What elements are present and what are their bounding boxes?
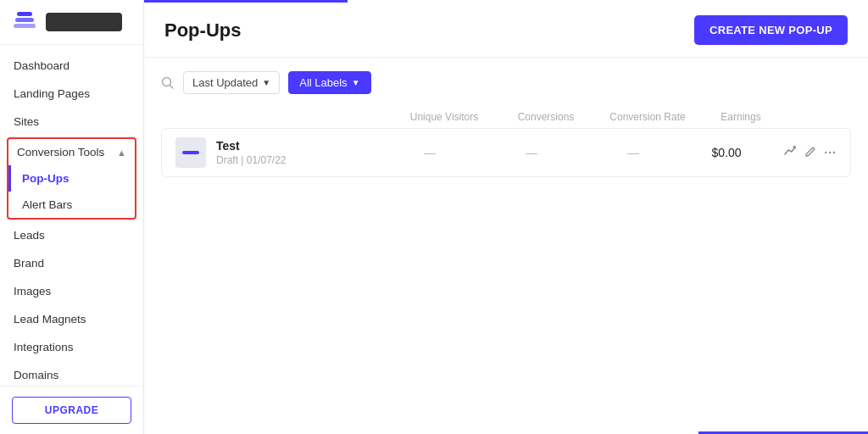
col-conversion-rate: Conversion Rate: [597, 111, 698, 123]
last-updated-filter[interactable]: Last Updated ▼: [183, 71, 280, 94]
conversion-tools-group: Conversion Tools ▲ Pop-Ups Alert Bars: [7, 137, 136, 220]
col-conversions: Conversions: [495, 111, 597, 123]
svg-rect-2: [17, 12, 32, 16]
sidebar-navigation: Dashboard Landing Pages Sites Conversion…: [0, 45, 143, 386]
sidebar-item-lead-magnets[interactable]: Lead Magnets: [0, 305, 143, 333]
chevron-up-icon: ▲: [117, 147, 126, 158]
sidebar-item-leads[interactable]: Leads: [0, 221, 143, 249]
more-options-icon[interactable]: ···: [824, 146, 837, 159]
row-unique-visitors: —: [379, 146, 481, 159]
create-popup-button[interactable]: CREATE NEW POP-UP: [694, 15, 848, 45]
search-icon[interactable]: [161, 76, 175, 90]
sidebar-item-alert-bars[interactable]: Alert Bars: [8, 192, 135, 218]
row-conversion-rate: —: [582, 146, 684, 159]
row-thumbnail: [175, 137, 206, 168]
workspace-name-placeholder: [46, 13, 122, 31]
row-meta: Draft | 01/07/22: [216, 154, 379, 166]
row-conversions: —: [481, 146, 582, 159]
row-info: Test Draft | 01/07/22: [216, 139, 379, 166]
main-content: Pop-Ups CREATE NEW POP-UP Last Updated ▼…: [144, 0, 868, 434]
popup-thumbnail-icon: [182, 151, 199, 154]
chevron-down-icon: ▼: [262, 78, 270, 87]
sidebar-item-conversion-tools[interactable]: Conversion Tools ▲: [8, 139, 135, 165]
table-column-headers: Unique Visitors Conversions Conversion R…: [161, 106, 851, 128]
sidebar-item-brand[interactable]: Brand: [0, 249, 143, 277]
col-unique-visitors: Unique Visitors: [393, 111, 495, 123]
row-actions: ···: [769, 144, 837, 161]
sidebar-item-images[interactable]: Images: [0, 277, 143, 305]
chevron-down-icon: ▼: [352, 78, 360, 87]
col-earnings: Earnings: [698, 111, 783, 123]
page-header: Pop-Ups CREATE NEW POP-UP: [144, 0, 868, 58]
sidebar-item-sites[interactable]: Sites: [0, 108, 143, 136]
table-area: Last Updated ▼ All Labels ▼ Unique Visit…: [144, 58, 868, 434]
page-title: Pop-Ups: [164, 19, 241, 42]
svg-rect-1: [15, 18, 34, 22]
analytics-icon[interactable]: [784, 144, 798, 161]
sidebar: Dashboard Landing Pages Sites Conversion…: [0, 0, 144, 434]
row-name: Test: [216, 139, 379, 153]
sidebar-upgrade-section: UPGRADE: [0, 386, 143, 434]
sidebar-logo: [0, 0, 143, 45]
all-labels-filter[interactable]: All Labels ▼: [288, 71, 370, 94]
sidebar-item-pop-ups[interactable]: Pop-Ups: [8, 165, 135, 192]
svg-line-4: [170, 85, 174, 88]
sidebar-item-domains[interactable]: Domains: [0, 361, 143, 386]
app-logo-icon: [12, 10, 37, 34]
table-row: Test Draft | 01/07/22 — — — $0.00: [161, 128, 851, 177]
sidebar-item-dashboard[interactable]: Dashboard: [0, 52, 143, 80]
edit-icon[interactable]: [804, 145, 817, 161]
sidebar-item-integrations[interactable]: Integrations: [0, 333, 143, 361]
table-toolbar: Last Updated ▼ All Labels ▼: [161, 71, 851, 94]
row-earnings: $0.00: [684, 146, 769, 159]
upgrade-button[interactable]: UPGRADE: [12, 397, 131, 424]
svg-rect-0: [14, 24, 36, 28]
sidebar-item-landing-pages[interactable]: Landing Pages: [0, 80, 143, 108]
